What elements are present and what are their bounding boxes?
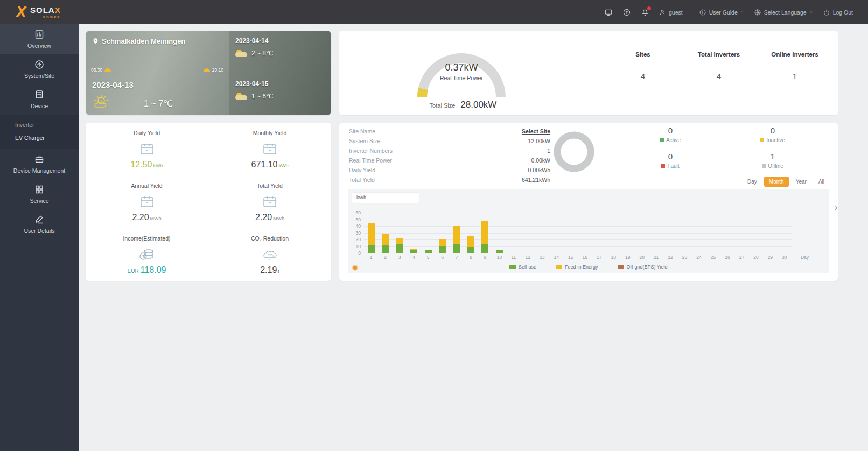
- x-tick-21: 21: [649, 255, 663, 260]
- legend-self-use[interactable]: Self-use: [509, 264, 536, 270]
- stat-value: 1: [757, 72, 832, 81]
- carousel-next-button[interactable]: ›: [834, 201, 838, 212]
- weather-today-date: 2023-04-13: [92, 80, 134, 89]
- brand-name: SOLAX: [30, 5, 61, 15]
- stat-total-inverters: Total Inverters4: [681, 47, 757, 101]
- status-offline: 1Offline: [722, 152, 824, 178]
- bar-segment-self-use: [425, 250, 432, 253]
- device-submenu: InverterEV Charger: [0, 115, 79, 149]
- carousel-indicator-dot[interactable]: [352, 265, 358, 271]
- sidebar-item-device[interactable]: Device: [0, 84, 79, 115]
- x-tick-25: 25: [706, 255, 720, 260]
- brand-subtitle: POWER: [30, 16, 61, 19]
- y-tick-60: 60: [348, 210, 361, 215]
- user-guide-label: User Guide: [709, 9, 738, 16]
- status-value: 1: [722, 152, 824, 161]
- sidebar-subitem-inverter[interactable]: Inverter: [0, 118, 79, 131]
- x-tick-11: 11: [507, 255, 521, 260]
- site-icon: [34, 59, 45, 70]
- sidebar-item-user-details[interactable]: User Details: [0, 209, 79, 239]
- x-tick-5: 5: [421, 255, 435, 260]
- stat-value: 4: [681, 72, 757, 81]
- yield-cell-total-yield: Total Yield2.20MWh: [208, 175, 331, 228]
- forecast-date: 2023-04-14: [235, 37, 327, 45]
- yield-number: 2.20: [255, 213, 272, 222]
- tab-day[interactable]: Day: [743, 177, 762, 187]
- yield-value: 2.20MWh: [208, 213, 331, 222]
- bar-segment-self-use: [396, 244, 403, 253]
- x-tick-9: 9: [478, 255, 492, 260]
- bar-segment-self-use: [453, 244, 460, 253]
- site-row-label: System Size: [349, 138, 380, 144]
- status-label: Inactive: [722, 137, 824, 143]
- yield-cell-co-reduction: CO₂ ReductionCO₂2.19t: [208, 228, 331, 281]
- yield-label: Income(Estimated): [86, 235, 208, 242]
- sidebar-item-service[interactable]: Service: [0, 179, 79, 209]
- bar-stack: [453, 226, 460, 253]
- management-icon: [34, 154, 45, 165]
- sunset-icon: [204, 68, 210, 72]
- chevron-down-icon: [740, 10, 745, 15]
- status-value: 0: [722, 126, 824, 135]
- select-site-link[interactable]: Select Site: [522, 128, 550, 135]
- site-row-system-size: 12.00kWSystem Size: [349, 138, 550, 147]
- bar-day-1: [364, 213, 378, 253]
- bar-day-24: [692, 213, 706, 253]
- yield-cell-monthly-yield: Monthly Yield671.10kWh: [208, 123, 331, 175]
- x-tick-28: 28: [749, 255, 763, 260]
- calendar-icon: [208, 191, 331, 213]
- inverter-status-donut: [550, 128, 598, 178]
- yield-unit: MWh: [150, 216, 162, 221]
- x-axis-labels: 1234567891011121314151617181920212223242…: [364, 255, 792, 260]
- co2-icon: CO₂: [208, 244, 331, 265]
- bar-day-3: [393, 213, 407, 253]
- legend-feed-in-energy[interactable]: Feed-in Energy: [556, 264, 598, 270]
- sidebar-item-system-site[interactable]: System/Site: [0, 54, 79, 84]
- legend-off-grid-eps-yield[interactable]: Off-grid(EPS) Yield: [618, 264, 668, 270]
- sidebar-item-overview[interactable]: Overview: [0, 24, 79, 54]
- monitor-icon[interactable]: [604, 8, 613, 17]
- bar-day-16: [578, 213, 592, 253]
- currency-prefix: EUR: [128, 268, 139, 274]
- bar-day-4: [407, 213, 421, 253]
- bar-day-9: [478, 213, 492, 253]
- y-tick-20: 20: [348, 237, 361, 242]
- language-menu[interactable]: Select Language: [754, 9, 814, 16]
- user-guide-menu[interactable]: User Guide: [699, 9, 745, 16]
- site-row-value: 0.00kWh: [528, 167, 550, 173]
- notification-bell-icon[interactable]: [640, 8, 650, 17]
- tab-all[interactable]: All: [814, 177, 829, 187]
- x-tick-18: 18: [606, 255, 620, 260]
- bar-day-20: [635, 213, 649, 253]
- x-tick-13: 13: [535, 255, 549, 260]
- yield-number: 671.10: [251, 160, 278, 169]
- x-tick-8: 8: [464, 255, 478, 260]
- yield-value: 671.10kWh: [208, 160, 331, 170]
- site-row-site-name: Select SiteSite Name: [349, 128, 550, 138]
- calendar-icon: [86, 138, 208, 160]
- x-tick-3: 3: [393, 255, 407, 260]
- sidebar-subitem-ev-charger[interactable]: EV Charger: [0, 131, 79, 144]
- svg-text:CO₂: CO₂: [268, 253, 274, 257]
- site-row-label: Site Name: [349, 128, 375, 135]
- user-icon: [34, 214, 45, 225]
- bar-segment-self-use: [496, 250, 503, 253]
- forecast-day-2: 2023-04-15 1 ~ 6℃: [235, 80, 327, 100]
- tab-month[interactable]: Month: [764, 177, 789, 187]
- legend-color-square: [618, 265, 624, 269]
- upload-circle-icon[interactable]: [622, 8, 632, 17]
- yield-label: Annual Yield: [86, 182, 208, 189]
- bar-day-30: [778, 213, 792, 253]
- bar-segment-self-use: [382, 245, 389, 253]
- logout-button[interactable]: Log Out: [823, 9, 853, 16]
- tab-year[interactable]: Year: [791, 177, 811, 187]
- x-tick-1: 1: [364, 255, 378, 260]
- bar-day-27: [734, 213, 748, 253]
- status-color-square: [660, 138, 664, 142]
- chart-legend: Self-useFeed-in EnergyOff-grid(EPS) Yiel…: [509, 264, 667, 270]
- sidebar-item-device-management[interactable]: Device Management: [0, 149, 79, 179]
- status-label-text: Inactive: [766, 137, 785, 143]
- yield-bar-chart: kWh Day Self-useFeed-in EnergyOff-grid(E…: [348, 189, 829, 273]
- user-menu[interactable]: guest: [659, 9, 690, 16]
- stat-label: Total Inverters: [681, 51, 757, 58]
